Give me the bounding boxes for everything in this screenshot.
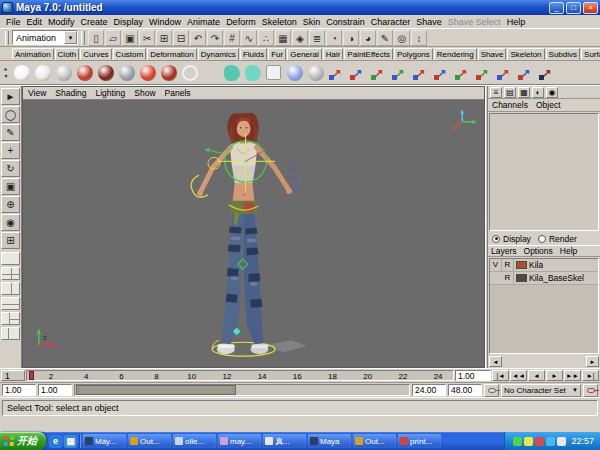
tray-icon-5[interactable] [557,437,566,446]
tray-icon-1[interactable] [513,437,522,446]
layers-menu-help[interactable]: Help [560,246,577,256]
taskbar-item-4-真[interactable]: 真... [263,434,306,448]
timeline-tick-8[interactable]: 8 [154,371,158,382]
menu-help[interactable]: Help [504,17,529,27]
channel-grid-icon[interactable]: ▤ [504,87,516,98]
layer-visibility-toggle[interactable]: V [490,259,502,271]
shelf-tab-fur[interactable]: Fur [268,48,286,60]
step-back-frame-button[interactable]: ◄ [528,370,545,381]
maximize-button[interactable]: □ [566,2,581,14]
shader-tile-white[interactable] [263,62,284,83]
minimize-button[interactable]: _ [549,2,564,14]
timeline-tick-4[interactable]: 4 [84,371,88,382]
layout-button-two-side[interactable] [1,282,20,295]
layout-button-single[interactable] [1,252,20,265]
shelf-tab-animation[interactable]: Animation [12,48,54,60]
shelf-tab-hair[interactable]: Hair [323,48,344,60]
chevron-down-icon[interactable]: ▾ [64,31,77,44]
taskbar-item-7-print[interactable]: print... [398,434,441,448]
snap-curve-icon[interactable]: ∿ [241,30,257,46]
shader-sphere-darkred[interactable] [95,62,116,83]
timeline-tick-24[interactable]: 24 [434,371,443,382]
current-frame-field[interactable]: 1.00 [455,370,491,381]
shelf-tool-icon-4[interactable]: ↗ [389,62,410,83]
timeline-tick-6[interactable]: 6 [119,371,123,382]
wire-sphere-blue[interactable] [284,62,305,83]
shelf-tab-curves[interactable]: Curves [80,48,111,60]
menu-shave-select[interactable]: Shave Select [445,17,504,27]
snap-plane-icon[interactable]: ▦ [275,30,291,46]
shelf-tool-icon-9[interactable]: ↗ [494,62,515,83]
menu-create[interactable]: Create [78,17,111,27]
timeline-tick-2[interactable]: 2 [49,371,53,382]
show-desktop-icon[interactable]: ▤ [64,435,77,448]
taskbar-item-6-out[interactable]: Out... [353,434,396,448]
show-manip-tool[interactable]: ⊞ [1,232,20,249]
layer-mode-toggle[interactable]: R [502,259,514,271]
soft-mod-tool[interactable]: ◉ [1,214,20,231]
toolbar-grip-2[interactable] [81,31,85,45]
step-back-key-button[interactable]: ◄◄ [510,370,527,381]
shelf-tab-deformation[interactable]: Deformation [147,48,197,60]
shelf-tab-fluids[interactable]: Fluids [240,48,267,60]
shelf-menu-up-icon[interactable]: ▸ [4,66,7,73]
render-frame-icon[interactable]: ◔ [326,30,342,46]
channel-tab-object[interactable]: Object [536,100,561,110]
shelf-tool-icon-6[interactable]: ↗ [431,62,452,83]
tray-icon-2[interactable] [524,437,533,446]
cloth-blob-1[interactable] [221,62,242,83]
layer-color-swatch[interactable] [516,274,527,282]
character-model[interactable] [191,113,298,356]
shelf-tab-custom[interactable]: Custom [113,48,147,60]
layer-scrollbar[interactable]: ◄ ► [489,355,599,367]
channel-tab-channels[interactable]: Channels [492,100,528,110]
scroll-left-icon[interactable]: ◄ [489,356,502,367]
shader-sphere-white-2[interactable] [32,62,53,83]
hypershade-icon[interactable]: ◎ [394,30,410,46]
ie-quick-launch-icon[interactable]: e [49,435,62,448]
shelf-tab-subdivs[interactable]: Subdivs [546,48,580,60]
rotate-tool[interactable]: ↻ [1,160,20,177]
paint-select-tool[interactable]: ✎ [1,124,20,141]
viewport-scene[interactable]: z [23,100,484,367]
layout-button-persp-outliner[interactable] [1,327,20,340]
current-frame-marker[interactable] [29,371,34,380]
shader-sphere-red-2[interactable] [137,62,158,83]
shelf-tool-icon-10[interactable]: ↗ [515,62,536,83]
copy-icon[interactable]: ⊞ [156,30,172,46]
timeline-track[interactable]: 24681012141618202224 [26,370,454,381]
layout-button-three[interactable] [1,312,20,325]
shelf-tab-polygons[interactable]: Polygons [394,48,433,60]
snap-grid-icon[interactable]: # [224,30,240,46]
timeline-tick-12[interactable]: 12 [222,371,231,382]
channel-list-icon[interactable]: ≡ [490,87,502,98]
scroll-right-icon[interactable]: ► [586,356,599,367]
cloth-blob-2[interactable] [242,62,263,83]
shelf-tab-shave[interactable]: Shave [478,48,507,60]
universal-manip-tool[interactable]: ⊕ [1,196,20,213]
taskbar-item-5-maya[interactable]: Maya [308,434,351,448]
quick-select-icon[interactable]: ✎ [377,30,393,46]
save-scene-icon[interactable]: ▣ [122,30,138,46]
menu-skin[interactable]: Skin [300,17,324,27]
shelf-menu-down-icon[interactable]: ▾ [4,73,7,80]
open-scene-icon[interactable]: ▱ [105,30,121,46]
layer-row-kila[interactable]: VRKila [490,259,598,272]
taskbar-item-0-m-y[interactable]: Máy... [83,434,126,448]
construction-history-icon[interactable]: ≣ [309,30,325,46]
menu-window[interactable]: Window [146,17,184,27]
menu-shave[interactable]: Shave [413,17,445,27]
shelf-tab-skeleton[interactable]: Skeleton [507,48,544,60]
undo-icon[interactable]: ↶ [190,30,206,46]
auto-keyframe-button[interactable] [583,384,598,397]
new-scene-icon[interactable]: ▯ [88,30,104,46]
shader-ring-1[interactable] [179,62,200,83]
shelf-tab-dynamics[interactable]: Dynamics [198,48,239,60]
snap-point-icon[interactable]: ∴ [258,30,274,46]
render-settings-icon[interactable]: ◕ [360,30,376,46]
title-bar[interactable]: Maya 7.0: /untitled _ □ × [0,0,600,15]
field-toggle-icon[interactable]: ↕ [411,30,427,46]
playback-end-field[interactable]: 24.00 [412,384,446,396]
manip-toggle-icon[interactable]: ◐ [532,87,544,98]
layers-menu-layers[interactable]: Layers [491,246,517,256]
